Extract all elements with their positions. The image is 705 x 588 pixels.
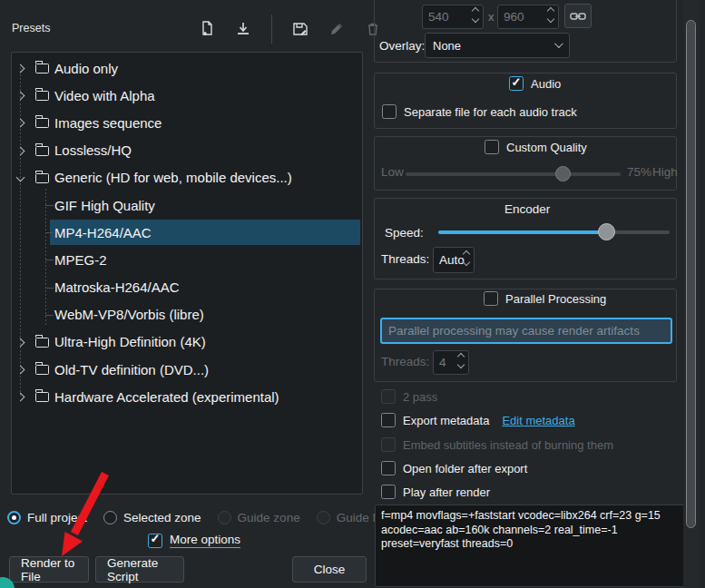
radio-icon[interactable] bbox=[7, 511, 21, 524]
radio-icon[interactable] bbox=[103, 511, 117, 524]
chevron-right-icon[interactable] bbox=[16, 366, 25, 375]
parallel-warning-field[interactable] bbox=[380, 318, 672, 344]
chevron-right-icon[interactable] bbox=[16, 393, 25, 402]
export-metadata-checkbox-row[interactable]: Export metadata Edit metadata bbox=[381, 413, 575, 427]
folder-icon bbox=[35, 146, 49, 156]
folder-icon bbox=[35, 392, 49, 402]
download-icon bbox=[234, 20, 252, 38]
folder-icon bbox=[35, 365, 49, 375]
quality-slider bbox=[406, 172, 621, 176]
overlay-label: Overlay: bbox=[379, 39, 425, 53]
quality-low-label: Low bbox=[381, 165, 404, 179]
radio-full-project[interactable]: Full project bbox=[7, 511, 87, 524]
tree-item-old-tv-definition[interactable]: Old-TV definition (DVD...) bbox=[12, 356, 362, 383]
spinner-arrows-icon[interactable] bbox=[473, 8, 478, 22]
two-pass-checkbox bbox=[381, 389, 396, 404]
audio-checkbox[interactable] bbox=[509, 76, 524, 91]
tree-item-audio-only[interactable]: Audio only bbox=[12, 54, 362, 82]
more-options-checkbox[interactable] bbox=[148, 534, 162, 548]
audio-checkbox-row[interactable]: Audio bbox=[509, 76, 561, 91]
parallel-processing-checkbox[interactable] bbox=[484, 291, 498, 306]
chevron-right-icon[interactable] bbox=[16, 92, 25, 101]
edit-metadata-link[interactable]: Edit metadata bbox=[502, 414, 574, 427]
radio-selected-zone[interactable]: Selected zone bbox=[103, 511, 201, 524]
render-to-file-button[interactable]: Render to File bbox=[9, 556, 89, 583]
tree-item-ultra-high-definition[interactable]: Ultra-High Definition (4K) bbox=[12, 328, 362, 356]
chevron-right-icon[interactable] bbox=[16, 338, 25, 347]
radio-guide-zone: Guide zone bbox=[218, 511, 300, 524]
new-file-icon bbox=[198, 20, 216, 38]
encoder-threads-label: Threads: bbox=[381, 252, 429, 266]
tree-item-video-with-alpha[interactable]: Video with Alpha bbox=[12, 82, 362, 109]
resolution-x-separator: x bbox=[488, 10, 494, 24]
resolution-width-spinbox[interactable] bbox=[422, 5, 484, 29]
embed-subtitles-checkbox bbox=[381, 437, 396, 452]
speed-slider[interactable] bbox=[438, 230, 670, 234]
chevron-right-icon[interactable] bbox=[16, 64, 25, 74]
export-metadata-checkbox[interactable] bbox=[381, 413, 396, 427]
parallel-threads-label: Threads: bbox=[381, 355, 429, 368]
save-preset-button[interactable] bbox=[289, 17, 312, 41]
presets-panel-title: Presets bbox=[12, 22, 50, 34]
generate-script-button[interactable]: Generate Script bbox=[95, 556, 184, 583]
spinner-arrows-icon[interactable] bbox=[464, 251, 469, 265]
folder-icon bbox=[35, 91, 49, 101]
encoder-threads-spinbox[interactable] bbox=[433, 247, 475, 273]
two-pass-checkbox-row: 2 pass bbox=[381, 389, 437, 404]
scrollbar-thumb[interactable] bbox=[686, 20, 696, 528]
encoder-title: Encoder bbox=[504, 202, 550, 216]
play-after-render-checkbox[interactable] bbox=[381, 485, 396, 499]
radio-icon bbox=[218, 511, 231, 524]
speed-slider-handle[interactable] bbox=[598, 223, 615, 240]
speed-slider-fill bbox=[438, 230, 607, 234]
presets-tree: Audio only Video with Alpha Images seque… bbox=[11, 52, 363, 495]
folder-icon bbox=[35, 338, 49, 348]
quality-high-label: High bbox=[652, 165, 678, 179]
separate-audio-checkbox[interactable] bbox=[382, 104, 397, 119]
close-button[interactable]: Close bbox=[292, 556, 367, 583]
embed-subtitles-checkbox-row: Embed subtitles instead of burning them bbox=[381, 437, 613, 452]
pencil-icon bbox=[328, 20, 346, 38]
resolution-height-spinbox[interactable] bbox=[497, 5, 559, 29]
speed-label: Speed: bbox=[385, 226, 424, 240]
tree-item-mpeg-2[interactable]: MPEG-2 bbox=[12, 246, 362, 273]
open-folder-checkbox-row[interactable]: Open folder after export bbox=[381, 461, 527, 475]
tree-item-matroska-h264-aac[interactable]: Matroska-H264/AAC bbox=[12, 274, 362, 301]
spinner-arrows-icon[interactable] bbox=[548, 8, 553, 22]
chevron-right-icon[interactable] bbox=[16, 119, 25, 128]
chevron-right-icon[interactable] bbox=[16, 146, 25, 155]
link-aspect-ratio-button[interactable] bbox=[564, 4, 592, 28]
render-arguments-textarea[interactable]: f=mp4 movflags=+faststart vcodec=libx264… bbox=[375, 505, 699, 587]
folder-icon bbox=[35, 118, 49, 128]
custom-quality-checkbox-row[interactable]: Custom Quality bbox=[485, 140, 587, 154]
new-preset-button[interactable] bbox=[195, 17, 219, 41]
tree-item-hardware-accelerated[interactable]: Hardware Accelerated (experimental) bbox=[12, 383, 362, 410]
presets-toolbar bbox=[195, 15, 385, 44]
radio-icon bbox=[317, 511, 330, 524]
render-dialog: Presets bbox=[0, 0, 705, 588]
overlay-selected-value: None bbox=[433, 39, 461, 53]
tree-item-mp4-h264-aac-selected[interactable]: MP4-H264/AAC bbox=[12, 219, 362, 246]
folder-icon bbox=[35, 64, 49, 74]
tree-item-images-sequence[interactable]: Images sequence bbox=[12, 109, 362, 136]
vertical-scrollbar[interactable] bbox=[683, 0, 700, 588]
play-after-render-checkbox-row[interactable]: Play after render bbox=[381, 485, 490, 499]
overlay-dropdown[interactable]: None bbox=[425, 33, 570, 58]
tree-item-gif-high-quality[interactable]: GIF High Quality bbox=[12, 191, 362, 219]
spinner-arrows-icon bbox=[458, 354, 464, 368]
more-options-toggle[interactable]: More options bbox=[148, 533, 240, 548]
tree-item-webm-vp8-vorbis[interactable]: WebM-VP8/Vorbis (libre) bbox=[12, 301, 362, 328]
folder-icon bbox=[35, 173, 49, 183]
separate-audio-checkbox-row[interactable]: Separate file for each audio track bbox=[382, 104, 577, 119]
parallel-threads-spinbox bbox=[433, 350, 469, 375]
chevron-down-icon[interactable] bbox=[16, 172, 25, 181]
download-preset-button[interactable] bbox=[231, 17, 255, 41]
tree-item-generic[interactable]: Generic (HD for web, mobile devices...) bbox=[12, 164, 362, 191]
open-folder-checkbox[interactable] bbox=[381, 461, 396, 475]
tree-item-lossless-hq[interactable]: Lossless/HQ bbox=[12, 137, 362, 164]
custom-quality-checkbox[interactable] bbox=[485, 140, 499, 154]
edit-preset-button[interactable] bbox=[325, 17, 348, 41]
chain-link-icon bbox=[570, 11, 586, 22]
quality-slider-handle bbox=[555, 166, 571, 181]
parallel-checkbox-row[interactable]: Parallel Processing bbox=[484, 291, 606, 306]
